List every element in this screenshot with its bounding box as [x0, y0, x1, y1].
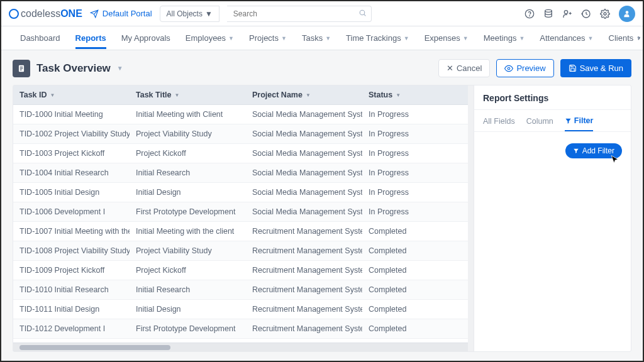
table-row[interactable]: TID-1009 Project KickoffProject KickoffR… — [13, 261, 468, 280]
nav-item-projects[interactable]: Projects▼ — [249, 27, 287, 49]
column-header-project-name[interactable]: Project Name▼ — [246, 85, 362, 104]
cell: TID-1008 Project Viability Study — [13, 241, 130, 260]
table-row[interactable]: TID-1010 Initial ResearchInitial Researc… — [13, 280, 468, 300]
chevron-down-icon: ▼ — [396, 92, 401, 98]
cell: Social Media Management System — [246, 183, 362, 202]
cell: In Progress — [362, 144, 444, 163]
cell: TID-1003 Project Kickoff — [13, 144, 130, 163]
tab-all-fields[interactable]: All Fields — [483, 116, 515, 131]
cell: Initial Meeting with the client — [130, 222, 246, 241]
svg-point-0 — [360, 10, 365, 15]
database-icon[interactable] — [543, 9, 553, 19]
cell: Social Media Management System — [246, 202, 362, 221]
cell: Recruitment Management System — [246, 280, 362, 299]
add-filter-button[interactable]: Add Filter — [565, 143, 622, 158]
chevron-down-icon: ▼ — [228, 35, 234, 41]
cell: TID-1000 Initial Meeting — [13, 105, 130, 124]
cell: Initial Meeting with Client — [130, 105, 246, 124]
nav-item-clients[interactable]: Clients▼ — [609, 27, 642, 49]
send-icon — [90, 9, 99, 18]
svg-point-3 — [545, 9, 552, 12]
gear-icon[interactable] — [600, 9, 610, 19]
avatar[interactable] — [619, 6, 635, 22]
cell: Project Kickoff — [130, 144, 246, 163]
nav-item-reports[interactable]: Reports — [75, 27, 106, 49]
cell: Social Media Management System — [246, 124, 362, 143]
cell: Social Media Management System — [246, 163, 362, 182]
brand-text-1: codeless — [21, 8, 60, 19]
search-input[interactable] — [227, 6, 372, 22]
report-icon — [13, 60, 30, 77]
cell: Project Viability Study — [130, 124, 246, 143]
cell: Social Media Management System — [246, 144, 362, 163]
main-nav: DashboardReportsMy ApprovalsEmployees▼Pr… — [1, 26, 643, 50]
cell: TID-1012 Development I — [13, 319, 130, 338]
nav-item-dashboard[interactable]: Dashboard — [20, 27, 60, 49]
object-select[interactable]: All Objects ▼ — [160, 6, 219, 22]
tab-filter[interactable]: Filter — [565, 116, 594, 131]
vertical-scrollbar[interactable] — [468, 85, 474, 351]
horizontal-scrollbar[interactable] — [13, 343, 468, 351]
table-row[interactable]: TID-1004 Initial ResearchInitial Researc… — [13, 163, 468, 183]
table-row[interactable]: TID-1007 Initial Meeting with the cli...… — [13, 222, 468, 241]
cell: Project Viability Study — [130, 241, 246, 260]
nav-item-attendances[interactable]: Attendances▼ — [540, 27, 593, 49]
help-icon[interactable] — [525, 9, 535, 19]
cell: TID-1009 Project Kickoff — [13, 261, 130, 280]
cancel-label: Cancel — [457, 63, 482, 73]
svg-rect-8 — [20, 67, 23, 67]
brand-logo[interactable]: codelessONE — [9, 8, 82, 19]
nav-item-expenses[interactable]: Expenses▼ — [425, 27, 469, 49]
column-header-status[interactable]: Status▼ — [362, 85, 444, 104]
cell: First Prototype Development — [130, 319, 246, 338]
table-row[interactable]: TID-1008 Project Viability StudyProject … — [13, 241, 468, 261]
nav-item-my-approvals[interactable]: My Approvals — [121, 27, 170, 49]
save-run-button[interactable]: Save & Run — [560, 59, 631, 77]
nav-item-employees[interactable]: Employees▼ — [186, 27, 234, 49]
table-row[interactable]: TID-1006 Development IFirst Prototype De… — [13, 202, 468, 222]
portal-link[interactable]: Default Portal — [90, 9, 152, 18]
user-add-icon[interactable] — [562, 9, 572, 19]
table-row[interactable]: TID-1011 Initial DesignInitial DesignRec… — [13, 300, 468, 319]
cell: In Progress — [362, 183, 444, 202]
column-header-task-id[interactable]: Task ID▼ — [13, 85, 130, 104]
chevron-down-icon[interactable]: ▼ — [117, 65, 123, 72]
save-label: Save & Run — [580, 63, 623, 73]
cell: Initial Design — [130, 300, 246, 319]
chevron-down-icon: ▼ — [50, 92, 55, 98]
table-row[interactable]: TID-1005 Initial DesignInitial DesignSoc… — [13, 183, 468, 202]
nav-item-tasks[interactable]: Tasks▼ — [302, 27, 331, 49]
table-row[interactable]: TID-1002 Project Viability StudyProject … — [13, 124, 468, 144]
cell: Completed — [362, 261, 444, 280]
cell: Completed — [362, 280, 444, 299]
table-row[interactable]: TID-1012 Development IFirst Prototype De… — [13, 319, 468, 339]
nav-item-time-trackings[interactable]: Time Trackings▼ — [346, 27, 409, 49]
nav-item-meetings[interactable]: Meetings▼ — [484, 27, 525, 49]
chevron-down-icon: ▼ — [325, 35, 331, 41]
table-row[interactable]: TID-1003 Project KickoffProject KickoffS… — [13, 144, 468, 163]
cell: TID-1002 Project Viability Study — [13, 124, 130, 143]
nav-scroll-right[interactable]: › — [638, 33, 640, 42]
column-header-task-title[interactable]: Task Title▼ — [130, 85, 246, 104]
history-icon[interactable] — [581, 9, 591, 19]
cancel-button[interactable]: ✕ Cancel — [438, 59, 490, 77]
brand-text-2: ONE — [60, 8, 82, 19]
cell: Initial Research — [130, 163, 246, 182]
cell: In Progress — [362, 124, 444, 143]
object-select-label: All Objects — [167, 9, 203, 18]
settings-panel-title: Report Settings — [474, 85, 631, 110]
cell: Completed — [362, 241, 444, 260]
cell: TID-1004 Initial Research — [13, 163, 130, 182]
portal-label: Default Portal — [103, 9, 152, 18]
cell: Recruitment Management System — [246, 300, 362, 319]
tab-column[interactable]: Column — [526, 116, 553, 131]
table-row[interactable]: TID-1000 Initial MeetingInitial Meeting … — [13, 105, 468, 124]
cell: First Prototype Development — [130, 202, 246, 221]
chevron-down-icon: ▼ — [306, 92, 311, 98]
cell: Completed — [362, 300, 444, 319]
logo-icon — [9, 9, 19, 19]
preview-button[interactable]: Preview — [496, 59, 553, 77]
svg-rect-10 — [20, 69, 22, 70]
cell: Recruitment Management System — [246, 241, 362, 260]
search-icon — [358, 9, 367, 17]
